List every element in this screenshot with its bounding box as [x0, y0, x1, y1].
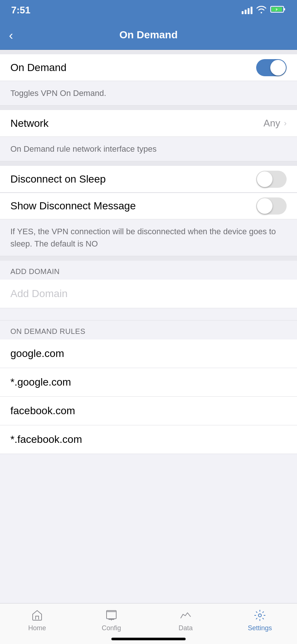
disconnect-sleep-toggle[interactable]	[256, 171, 287, 188]
section-divider-top	[0, 50, 297, 54]
domain-text-0: google.com	[10, 348, 64, 360]
network-value-container: Any ›	[264, 117, 287, 129]
config-icon	[105, 609, 118, 622]
wifi-icon	[256, 5, 267, 15]
home-icon	[30, 609, 44, 622]
home-indicator	[111, 638, 186, 640]
status-bar: 7:51	[0, 0, 297, 20]
network-description-row: On Demand rule network interface types	[0, 137, 297, 161]
tab-settings-label: Settings	[248, 624, 272, 632]
tab-settings[interactable]: Settings	[223, 603, 297, 644]
disconnect-sleep-label: Disconnect on Sleep	[10, 173, 106, 185]
nav-title: On Demand	[119, 29, 177, 41]
domain-text-1: *.google.com	[10, 376, 71, 388]
on-demand-description: Toggles VPN On Demand.	[10, 88, 106, 98]
add-domain-placeholder: Add Domain	[10, 288, 68, 300]
settings-icon	[253, 609, 267, 622]
on-demand-rules-label: ON DEMAND RULES	[10, 327, 85, 335]
show-disconnect-label: Show Disconnect Message	[10, 200, 136, 212]
domain-row-1[interactable]: *.google.com	[0, 368, 297, 397]
domain-row-2[interactable]: facebook.com	[0, 397, 297, 425]
on-demand-row: On Demand	[0, 54, 297, 81]
show-disconnect-knob	[257, 198, 272, 214]
on-demand-rules-header: ON DEMAND RULES	[0, 320, 297, 339]
data-icon	[179, 609, 192, 622]
disconnect-sleep-knob	[257, 171, 272, 187]
network-row[interactable]: Network Any ›	[0, 110, 297, 137]
network-description: On Demand rule network interface types	[10, 144, 157, 154]
show-disconnect-toggle[interactable]	[256, 197, 287, 215]
signal-icon	[242, 6, 252, 14]
sleep-description: If YES, the VPN connection will be disco…	[10, 227, 276, 248]
section-divider-2	[0, 161, 297, 166]
svg-rect-1	[284, 8, 285, 10]
tab-config-label: Config	[102, 624, 121, 632]
disconnect-sleep-row: Disconnect on Sleep	[0, 166, 297, 193]
nav-bar: ‹ On Demand	[0, 20, 297, 50]
svg-point-4	[258, 614, 261, 617]
network-label: Network	[10, 117, 49, 129]
sleep-description-row: If YES, the VPN connection will be disco…	[0, 219, 297, 256]
on-demand-toggle[interactable]	[256, 59, 287, 76]
tab-home-label: Home	[28, 624, 46, 632]
battery-icon	[270, 5, 286, 15]
section-gap	[0, 308, 297, 320]
domain-text-3: *.facebook.com	[10, 434, 82, 445]
section-divider-3	[0, 256, 297, 261]
add-domain-section-label: ADD DOMAIN	[10, 267, 60, 276]
show-disconnect-row: Show Disconnect Message	[0, 193, 297, 219]
back-button[interactable]: ‹	[9, 29, 13, 41]
status-time: 7:51	[11, 4, 30, 16]
add-domain-section-header: ADD DOMAIN	[0, 261, 297, 280]
domain-row-3[interactable]: *.facebook.com	[0, 425, 297, 454]
chevron-right-icon: ›	[284, 119, 287, 128]
domain-row-0[interactable]: google.com	[0, 339, 297, 368]
on-demand-description-row: Toggles VPN On Demand.	[0, 81, 297, 106]
network-value: Any	[264, 117, 280, 129]
add-domain-row[interactable]: Add Domain	[0, 280, 297, 308]
tab-home[interactable]: Home	[0, 603, 74, 644]
status-icons	[242, 5, 286, 15]
tab-data-label: Data	[179, 624, 193, 632]
toggle-knob	[270, 60, 286, 75]
on-demand-label: On Demand	[10, 62, 66, 74]
section-divider-1	[0, 106, 297, 110]
domain-text-2: facebook.com	[10, 405, 75, 417]
